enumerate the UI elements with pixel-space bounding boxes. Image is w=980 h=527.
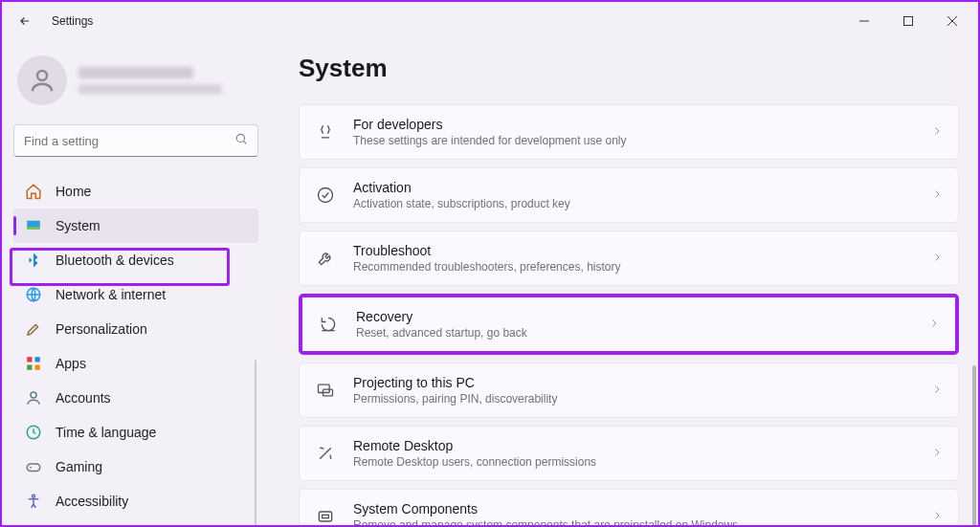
nav-network[interactable]: Network & internet <box>13 277 258 312</box>
accessibility-icon <box>25 493 42 510</box>
network-icon <box>25 286 42 303</box>
svg-rect-9 <box>35 365 40 370</box>
nav-label: Personalization <box>56 321 147 337</box>
search-input[interactable] <box>24 134 234 148</box>
troubleshoot-icon <box>315 248 336 269</box>
chevron-right-icon <box>931 445 943 462</box>
nav-label: System <box>56 218 100 233</box>
nav-label: Home <box>56 184 91 199</box>
svg-rect-7 <box>35 357 40 362</box>
nav-home[interactable]: Home <box>13 174 258 209</box>
card-title: For developers <box>353 117 914 132</box>
main-scrollbar[interactable] <box>972 98 976 516</box>
card-projecting[interactable]: Projecting to this PC Permissions, pairi… <box>299 362 959 418</box>
annotation-highlight-recovery: Recovery Reset, advanced startup, go bac… <box>299 294 959 355</box>
nav-personalization[interactable]: Personalization <box>13 312 258 346</box>
card-for-developers[interactable]: For developers These settings are intend… <box>299 104 959 160</box>
svg-rect-8 <box>27 365 32 370</box>
card-title: Projecting to this PC <box>353 375 914 390</box>
card-desc: Remote Desktop users, connection permiss… <box>353 455 914 469</box>
card-title: Troubleshoot <box>353 243 914 258</box>
nav-accounts[interactable]: Accounts <box>13 381 258 415</box>
main-panel: System For developers These settings are… <box>270 40 978 525</box>
card-title: Activation <box>353 180 914 195</box>
search-box[interactable] <box>13 124 258 157</box>
maximize-button[interactable] <box>886 6 930 36</box>
chevron-right-icon <box>931 123 943 141</box>
card-desc: Reset, advanced startup, go back <box>356 326 911 340</box>
card-remote-desktop[interactable]: Remote Desktop Remote Desktop users, con… <box>299 426 959 481</box>
nav-apps[interactable]: Apps <box>13 346 258 381</box>
card-title: Recovery <box>356 309 911 324</box>
home-icon <box>25 183 42 200</box>
chevron-right-icon <box>931 187 943 204</box>
svg-rect-18 <box>323 515 329 517</box>
chevron-right-icon <box>931 250 943 267</box>
developers-icon <box>315 121 336 143</box>
apps-icon <box>25 355 42 372</box>
card-recovery[interactable]: Recovery Reset, advanced startup, go bac… <box>302 297 955 351</box>
profile-block[interactable] <box>17 55 258 105</box>
svg-rect-15 <box>319 384 330 392</box>
svg-point-10 <box>31 392 36 398</box>
card-desc: Remove and manage system components that… <box>353 518 914 525</box>
accounts-icon <box>25 389 42 406</box>
minimize-button[interactable] <box>842 6 886 36</box>
card-title: Remote Desktop <box>353 438 914 453</box>
chevron-right-icon <box>931 508 943 525</box>
search-icon <box>234 132 248 149</box>
nav-label: Accessibility <box>56 494 128 509</box>
time-icon <box>25 424 42 441</box>
svg-rect-4 <box>27 228 40 230</box>
nav-bluetooth[interactable]: Bluetooth & devices <box>13 243 258 277</box>
nav-label: Bluetooth & devices <box>56 253 174 268</box>
svg-point-13 <box>33 494 35 497</box>
nav-accessibility[interactable]: Accessibility <box>13 484 258 518</box>
svg-rect-12 <box>27 464 40 472</box>
chevron-right-icon <box>931 382 943 399</box>
nav-system[interactable]: System <box>13 209 258 243</box>
personalization-icon <box>25 320 42 338</box>
system-icon <box>25 217 42 234</box>
profile-name-redacted <box>78 67 193 78</box>
window-title: Settings <box>52 14 93 28</box>
card-desc: Permissions, pairing PIN, discoverabilit… <box>353 392 914 406</box>
svg-rect-17 <box>319 512 331 521</box>
svg-point-14 <box>319 188 333 203</box>
close-button[interactable] <box>930 6 974 36</box>
nav-time[interactable]: Time & language <box>13 415 258 450</box>
card-desc: Recommended troubleshooters, preferences… <box>353 260 914 274</box>
recovery-icon <box>318 314 339 335</box>
card-system-components[interactable]: System Components Remove and manage syst… <box>299 489 959 525</box>
svg-point-1 <box>37 71 47 80</box>
sidebar-scrollbar[interactable] <box>255 360 256 527</box>
card-desc: These settings are intended for developm… <box>353 134 914 147</box>
titlebar: Settings <box>2 2 978 40</box>
nav-label: Apps <box>56 356 86 371</box>
nav-label: Time & language <box>56 425 156 440</box>
nav-label: Gaming <box>56 459 102 474</box>
activation-icon <box>315 185 336 206</box>
avatar <box>17 55 67 105</box>
projecting-icon <box>315 380 336 401</box>
remote-desktop-icon <box>315 443 336 464</box>
card-activation[interactable]: Activation Activation state, subscriptio… <box>299 167 959 223</box>
profile-email-redacted <box>78 84 222 94</box>
card-troubleshoot[interactable]: Troubleshoot Recommended troubleshooters… <box>299 231 959 286</box>
chevron-right-icon <box>928 316 940 333</box>
nav-label: Network & internet <box>56 287 166 302</box>
back-button[interactable] <box>10 6 40 36</box>
svg-point-2 <box>236 134 244 142</box>
svg-rect-6 <box>27 357 32 362</box>
svg-rect-0 <box>904 17 913 26</box>
card-desc: Activation state, subscriptions, product… <box>353 197 914 210</box>
sidebar: Home System Bluetooth & devices Network … <box>2 40 270 525</box>
page-heading: System <box>299 54 959 83</box>
components-icon <box>315 506 336 525</box>
nav-label: Accounts <box>56 390 111 406</box>
gaming-icon <box>25 458 42 475</box>
nav-gaming[interactable]: Gaming <box>13 450 258 484</box>
bluetooth-icon <box>25 252 42 269</box>
nav-list: Home System Bluetooth & devices Network … <box>13 174 258 518</box>
card-title: System Components <box>353 501 914 516</box>
